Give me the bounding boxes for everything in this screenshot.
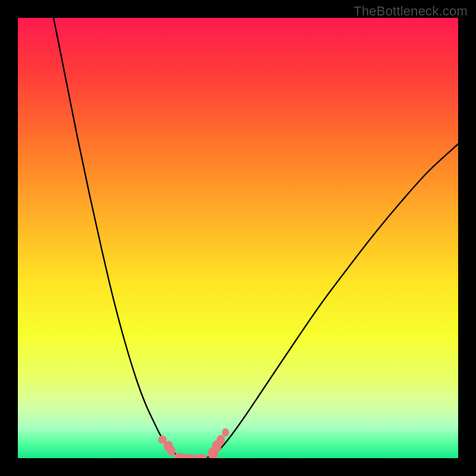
data-marker bbox=[217, 435, 225, 446]
chart-frame: TheBottleneck.com bbox=[0, 0, 476, 476]
data-marker bbox=[167, 446, 176, 456]
plot-area bbox=[18, 18, 458, 458]
bottleneck-chart bbox=[18, 18, 458, 458]
gradient-background bbox=[18, 18, 458, 458]
watermark-text: TheBottleneck.com bbox=[353, 4, 468, 19]
data-marker bbox=[222, 428, 229, 437]
